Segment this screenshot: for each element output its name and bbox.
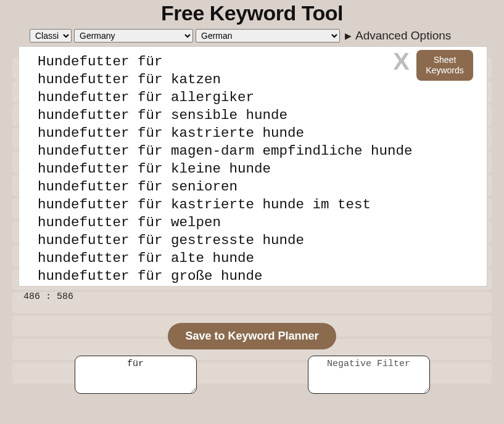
close-icon[interactable]: X: [393, 50, 410, 73]
positive-filter-input[interactable]: [75, 356, 197, 394]
results-textarea[interactable]: [19, 46, 487, 287]
filter-row: [0, 356, 504, 394]
sheet-keywords-button[interactable]: Sheet Keywords: [416, 50, 473, 81]
negative-filter-input[interactable]: [308, 356, 430, 394]
country-select[interactable]: Germany: [74, 29, 193, 43]
advanced-options-label: Advanced Options: [355, 29, 451, 43]
results-container: X Sheet Keywords: [19, 46, 485, 289]
page-title: Free Keyword Tool: [0, 1, 504, 25]
result-counter: 486 : 586: [23, 292, 504, 302]
language-select[interactable]: German: [196, 29, 340, 43]
mode-select[interactable]: Classic: [30, 29, 72, 43]
advanced-options-toggle[interactable]: ▶ Advanced Options: [345, 29, 451, 43]
save-row: Save to Keyword Planner: [0, 323, 504, 349]
triangle-right-icon: ▶: [345, 31, 352, 41]
save-to-keyword-planner-button[interactable]: Save to Keyword Planner: [168, 323, 336, 349]
controls-row: Classic Germany German ▶ Advanced Option…: [0, 29, 504, 46]
